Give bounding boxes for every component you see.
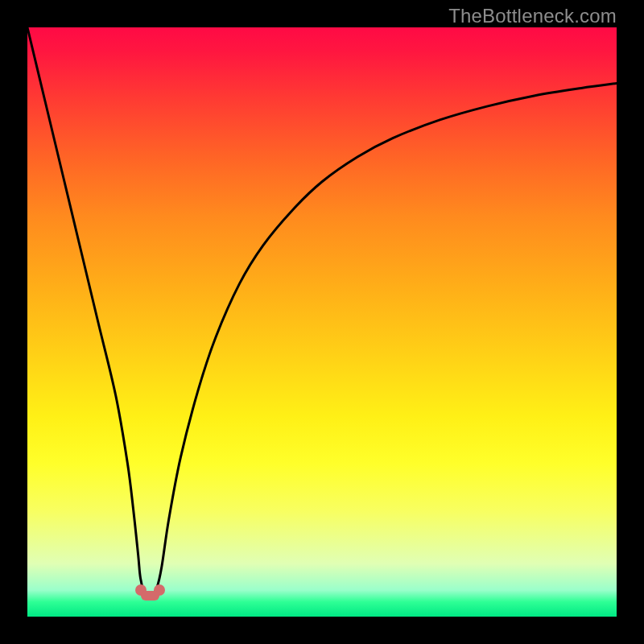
curve-svg [27, 27, 617, 617]
watermark-text: TheBottleneck.com [448, 5, 617, 27]
marker-connector [141, 591, 159, 601]
bottleneck-curve [27, 27, 617, 597]
